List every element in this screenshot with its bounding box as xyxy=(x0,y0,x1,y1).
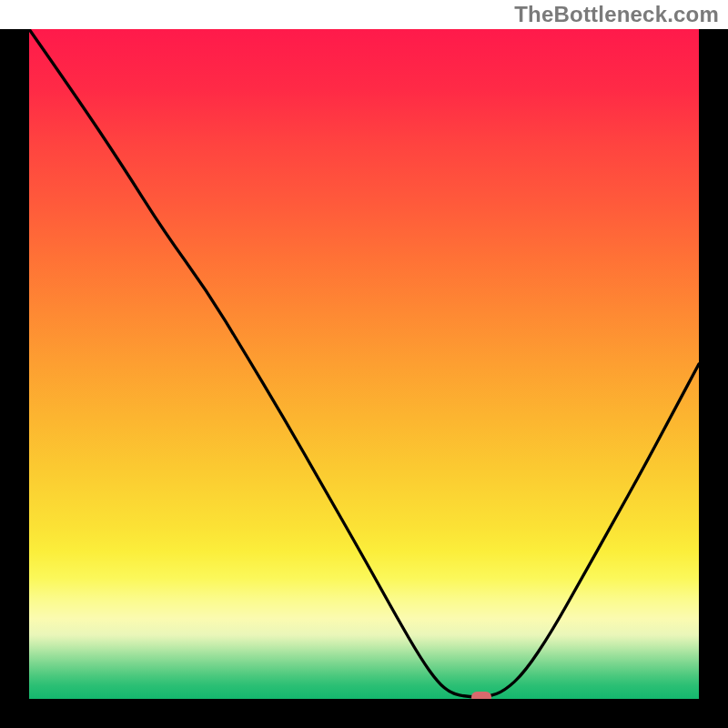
chart-frame xyxy=(0,29,728,728)
plot-area xyxy=(29,29,699,699)
optimum-marker xyxy=(471,692,491,699)
bottleneck-curve xyxy=(29,29,699,699)
watermark-text: TheBottleneck.com xyxy=(514,2,719,27)
